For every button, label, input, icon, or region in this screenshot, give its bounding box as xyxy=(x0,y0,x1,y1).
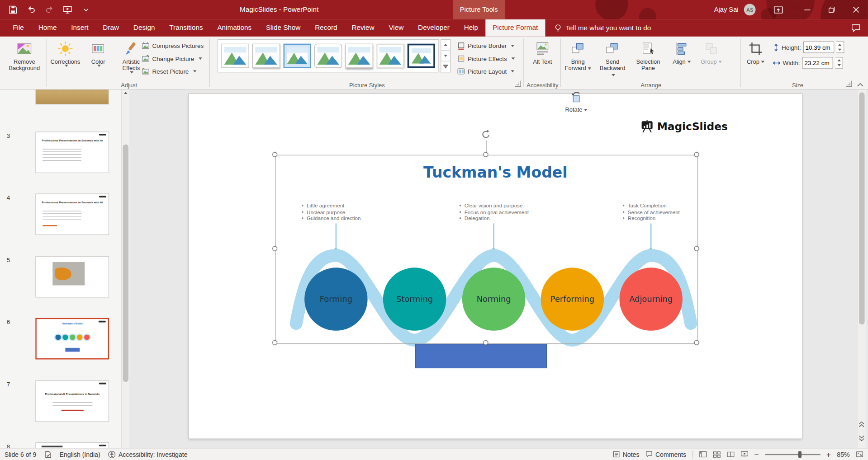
stage-circle-norming[interactable]: Norming xyxy=(462,268,526,331)
scrollbar-thumb[interactable] xyxy=(859,92,864,324)
tab-home[interactable]: Home xyxy=(31,19,64,37)
picture-border-button[interactable]: Picture Border xyxy=(455,40,517,52)
slide-canvas[interactable]: MagicSlides Tuckman's Model Little agree… xyxy=(189,94,802,438)
height-input[interactable] xyxy=(803,42,835,53)
stage-circle-storming[interactable]: Storming xyxy=(383,268,446,331)
zoom-out-button[interactable]: − xyxy=(754,450,759,459)
save-button[interactable] xyxy=(8,5,18,14)
rotate-button[interactable]: Rotate xyxy=(562,84,591,132)
thumbnail-slide-7[interactable]: Professional AI Presentations in Seconds xyxy=(35,380,109,422)
stage-circle-adjourning[interactable]: Adjourning xyxy=(619,268,683,331)
tell-me-box[interactable]: Tell me what you want to do xyxy=(554,19,651,37)
picture-style-option[interactable] xyxy=(314,44,342,68)
accessibility-status[interactable]: Accessibility: Investigate xyxy=(108,451,188,458)
fit-slide-to-window-button[interactable] xyxy=(856,451,863,458)
selection-handle-top-right[interactable] xyxy=(694,152,699,157)
tab-draw[interactable]: Draw xyxy=(95,19,126,37)
slide-logo[interactable]: MagicSlides xyxy=(640,119,728,132)
stage-circle-forming[interactable]: Forming xyxy=(304,268,368,331)
zoom-slider-track[interactable] xyxy=(765,454,820,455)
slide-area-scrollbar[interactable] xyxy=(857,89,866,448)
thumbnail-slide-5[interactable] xyxy=(35,256,109,298)
selection-handle-middle-right[interactable] xyxy=(694,246,699,251)
picture-style-option[interactable] xyxy=(346,44,373,68)
language-indicator[interactable]: English (India) xyxy=(60,451,100,458)
ribbon-display-options-button[interactable] xyxy=(773,5,783,15)
thumbnail-slide-6-selected[interactable]: Tuckman's Model xyxy=(35,318,109,360)
remove-background-button[interactable]: Remove Background xyxy=(2,37,47,84)
selection-handle-top-center[interactable] xyxy=(483,152,488,157)
reset-picture-button[interactable]: Reset Picture xyxy=(139,65,206,77)
scrollbar-thumb[interactable] xyxy=(123,144,128,382)
slide-sorter-view-button[interactable] xyxy=(713,451,721,458)
zoom-percentage[interactable]: 85% xyxy=(837,451,849,458)
gallery-more-button[interactable] xyxy=(441,61,451,72)
avatar[interactable]: AS xyxy=(744,4,756,16)
picture-style-option[interactable] xyxy=(222,44,249,68)
selection-handle-bottom-center[interactable] xyxy=(483,340,488,345)
undo-button[interactable] xyxy=(26,5,36,14)
slide-number-indicator[interactable]: Slide 6 of 9 xyxy=(5,451,36,458)
zoom-slider-thumb[interactable] xyxy=(798,451,801,458)
crop-button[interactable]: Crop xyxy=(742,37,769,84)
picture-style-option[interactable] xyxy=(252,44,280,68)
gallery-scroll-down-button[interactable] xyxy=(441,51,451,61)
rectangle-shape[interactable] xyxy=(415,344,547,368)
compress-pictures-button[interactable]: Compress Pictures xyxy=(139,40,206,52)
spell-check-button[interactable] xyxy=(44,451,52,458)
comments-button[interactable]: Comments xyxy=(645,451,686,458)
bring-forward-button[interactable]: Bring Forward xyxy=(562,37,594,84)
thumbnail-scrollbar[interactable] xyxy=(121,89,129,448)
minimize-button[interactable] xyxy=(795,0,819,19)
width-input[interactable] xyxy=(802,57,834,69)
align-button[interactable]: Align xyxy=(668,37,695,84)
picture-style-option[interactable] xyxy=(408,44,435,68)
picture-style-option[interactable] xyxy=(376,44,404,68)
reading-view-button[interactable] xyxy=(726,451,734,458)
picture-layout-button[interactable]: Picture Layout xyxy=(455,65,517,77)
corrections-button[interactable]: Corrections xyxy=(49,37,82,84)
color-button[interactable]: Color xyxy=(85,37,112,84)
tab-slide-show[interactable]: Slide Show xyxy=(259,19,308,37)
group-button[interactable]: Group xyxy=(698,37,725,84)
close-button[interactable] xyxy=(844,0,868,19)
tab-help[interactable]: Help xyxy=(457,19,485,37)
alt-text-button[interactable]: Alt Text xyxy=(525,37,560,84)
selection-handle-bottom-left[interactable] xyxy=(272,340,277,345)
tab-view[interactable]: View xyxy=(381,19,411,37)
send-backward-button[interactable]: Send Backward xyxy=(597,37,629,84)
notes-button[interactable]: Notes xyxy=(613,451,640,458)
gallery-scroll-up-button[interactable] xyxy=(441,39,451,51)
thumbnail-slide-8-partial[interactable] xyxy=(35,442,109,448)
redo-button[interactable] xyxy=(44,5,54,14)
thumbnail-slide-3[interactable]: Professional Presentations in Seconds wi… xyxy=(35,131,109,173)
width-spinner[interactable] xyxy=(835,57,843,69)
tab-insert[interactable]: Insert xyxy=(64,19,95,37)
tab-record[interactable]: Record xyxy=(308,19,344,37)
height-spinner[interactable] xyxy=(836,42,844,53)
picture-style-option-selected[interactable] xyxy=(284,44,311,68)
thumbnail-slide-4[interactable]: Professional Presentations in Seconds wi… xyxy=(35,193,109,235)
zoom-in-button[interactable]: + xyxy=(826,450,831,459)
change-picture-button[interactable]: Change Picture xyxy=(139,52,206,64)
restore-button[interactable] xyxy=(819,0,844,19)
previous-slide-button[interactable] xyxy=(858,418,866,431)
tab-animations[interactable]: Animations xyxy=(210,19,259,37)
stage-circle-performing[interactable]: Performing xyxy=(541,268,604,331)
tab-design[interactable]: Design xyxy=(126,19,162,37)
selection-pane-button[interactable]: Selection Pane xyxy=(631,37,665,84)
comment-bubble-icon[interactable] xyxy=(851,23,861,33)
tab-developer[interactable]: Developer xyxy=(411,19,457,37)
customize-qat-button[interactable] xyxy=(81,5,91,14)
tab-file[interactable]: File xyxy=(5,19,31,37)
collapse-ribbon-button[interactable] xyxy=(857,79,864,84)
zoom-slider[interactable] xyxy=(765,451,820,458)
start-slideshow-button[interactable] xyxy=(62,5,72,14)
selection-handle-top-left[interactable] xyxy=(272,152,277,157)
tab-transitions[interactable]: Transitions xyxy=(162,19,210,37)
normal-view-button[interactable] xyxy=(699,451,707,458)
picture-styles-dialog-launcher[interactable] xyxy=(515,81,521,87)
slideshow-view-button[interactable] xyxy=(740,451,748,458)
thumbnail-slide-2-partial[interactable] xyxy=(35,89,109,104)
next-slide-button[interactable] xyxy=(858,432,866,444)
